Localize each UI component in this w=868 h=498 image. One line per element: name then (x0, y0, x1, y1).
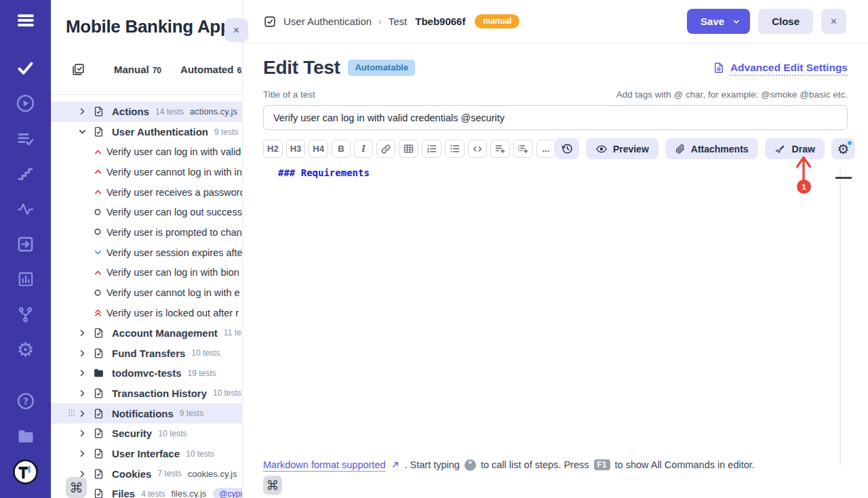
tab-automated[interactable]: Automated 62 (180, 64, 243, 75)
file-name: files.cy.js (172, 489, 207, 498)
close-button[interactable]: Close (758, 9, 813, 34)
select-tests-icon[interactable] (71, 62, 85, 77)
tab-manual[interactable]: Manual 70 (114, 64, 161, 75)
tree-test-verify-user-receives-a-password[interactable]: Verify user receives a password (51, 182, 242, 203)
tree-test-verify-user-is-locked-out-after-r[interactable]: Verify user is locked out after r (51, 303, 242, 323)
document-settings-icon (713, 62, 725, 74)
test-title: Verify user cannot log in with e (106, 287, 240, 298)
analytics-icon[interactable] (12, 266, 39, 293)
dismiss-button[interactable]: × (821, 9, 846, 34)
command-shortcut-button[interactable]: ⌘ (66, 477, 87, 498)
chevron-right-icon[interactable] (78, 349, 87, 358)
kbd-star: * (465, 459, 476, 471)
markdown-help-link[interactable]: Markdown format supported (263, 459, 400, 470)
chevron-down-icon[interactable] (78, 127, 87, 136)
draw-button[interactable]: Draw (765, 138, 825, 159)
sidebar-close-button[interactable]: × (224, 18, 248, 42)
chevron-right-icon[interactable] (78, 369, 87, 377)
toolbar-italic-button[interactable]: I (354, 140, 373, 158)
save-button[interactable]: Save (687, 9, 750, 34)
topbar: User Authentication › Test Tbeb9066f man… (243, 0, 868, 43)
branches-icon[interactable] (12, 301, 39, 328)
tree-test-verify-user-can-log-in-with-bion[interactable]: Verify user can log in with bion (51, 263, 242, 283)
chevron-right-icon[interactable] (78, 449, 87, 458)
file-name: cookies.cy.js (188, 469, 237, 479)
tree-suite-security[interactable]: Security10 tests (51, 423, 242, 444)
tree-suite-user-interface[interactable]: User Interface10 tests (51, 444, 242, 464)
suite-doc-icon (93, 106, 104, 117)
tree-suite-transaction-history[interactable]: Transaction History10 tests (51, 383, 242, 404)
toolbar-bullet-list-button[interactable] (445, 140, 465, 158)
projects-icon[interactable] (12, 423, 39, 450)
editor-content[interactable]: ### Requirements (263, 159, 848, 178)
tests-check-icon[interactable] (12, 54, 39, 81)
settings-button[interactable]: ⚙ (831, 138, 855, 159)
pipelines-icon[interactable] (12, 160, 39, 187)
markdown-editor[interactable]: ### Requirements (263, 159, 848, 458)
toolbar-code-button[interactable] (468, 140, 487, 158)
chevron-right-icon[interactable] (78, 409, 87, 418)
table-icon (403, 143, 414, 154)
preview-button[interactable]: Preview (586, 138, 658, 159)
suite-doc-icon (93, 488, 104, 498)
chevron-right-icon[interactable] (78, 429, 87, 438)
toolbar-h3-button[interactable]: H3 (286, 140, 306, 158)
drag-handle-icon[interactable] (67, 409, 76, 417)
editor-scrollbar[interactable] (840, 167, 841, 465)
tree-test-verify-user-cannot-log-in-with-in[interactable]: Verify user cannot log in with in (51, 162, 242, 182)
toolbar-more-button[interactable]: ... (536, 140, 555, 158)
chevron-right-icon[interactable] (78, 329, 87, 337)
test-count: 14 tests (155, 107, 184, 117)
toolbar-add-steps-button[interactable] (490, 140, 510, 158)
toolbar-h2-button[interactable]: H2 (263, 140, 283, 158)
chevron-right-icon[interactable] (78, 107, 87, 116)
suite-label: User Interface (112, 448, 180, 459)
tree-suite-fund-transfers[interactable]: Fund Transfers10 tests (51, 343, 242, 363)
tree-suite-account-management[interactable]: Account Management11 tests (51, 323, 242, 344)
chevron-down-icon[interactable] (732, 18, 741, 26)
test-title-input[interactable] (263, 105, 848, 130)
advanced-edit-settings-link[interactable]: Advanced Edit Settings (713, 62, 848, 74)
tree-suite-actions[interactable]: Actions14 testsactions.cy.js@cy (51, 102, 242, 122)
chevron-right-icon[interactable] (78, 389, 87, 398)
page-head: Edit Test Automatable Advanced Edit Sett… (263, 54, 848, 81)
tree-suite-user-authentication[interactable]: User Authentication9 tests (51, 122, 242, 142)
toolbar-table-button[interactable] (399, 140, 418, 158)
toolbar-bold-button[interactable]: B (332, 140, 351, 158)
history-button[interactable] (555, 138, 579, 159)
tree-suite-notifications[interactable]: Notifications9 tests (51, 403, 242, 423)
pulse-icon[interactable] (12, 195, 39, 222)
breadcrumb-suite[interactable]: User Authentication (283, 16, 372, 27)
eye-icon (595, 143, 608, 155)
menu-icon[interactable] (12, 7, 39, 34)
tree-suite-todomvc-tests[interactable]: todomvc-tests19 tests (51, 363, 242, 383)
tree-test-verify-user-is-prompted-to-chan[interactable]: Verify user is prompted to chan (51, 222, 242, 243)
toolbar-h4-button[interactable]: H4 (309, 140, 328, 158)
tree-test-verify-user-can-log-out-success[interactable]: Verify user can log out success (51, 202, 242, 222)
bullet-list-icon (449, 143, 460, 154)
command-shortcut-button[interactable]: ⌘ (263, 476, 282, 495)
import-icon[interactable] (12, 230, 39, 257)
main-nav-rail: ⚙? (0, 0, 51, 498)
test-plans-icon[interactable] (12, 125, 39, 152)
suite-label: Fund Transfers (112, 348, 185, 359)
settings-icon[interactable]: ⚙ (12, 336, 39, 363)
editor-toolbar: H2H3H4BI... PreviewAttachmentsDraw⚙ (263, 138, 848, 159)
runs-play-icon[interactable] (12, 89, 39, 117)
tree-test-verify-user-can-log-in-with-valid[interactable]: Verify user can log in with valid (51, 142, 242, 162)
toolbar-ordered-list-button[interactable] (422, 140, 441, 158)
app-window: ⚙? Mobile Banking App Manual 70 Automate… (0, 0, 868, 498)
scrollbar-thumb[interactable] (835, 177, 852, 179)
toolbar-add-numbered-steps-button[interactable] (513, 140, 533, 158)
logo-icon[interactable] (12, 458, 39, 485)
tree-test-verify-user-session-expires-afte[interactable]: Verify user session expires afte (51, 243, 242, 263)
tree-test-verify-user-cannot-log-in-with-e[interactable]: Verify user cannot log in with e (51, 283, 242, 303)
test-count: 10 tests (186, 449, 214, 459)
suite-label: todomvc-tests (112, 367, 182, 379)
toolbar-link-button[interactable] (376, 140, 395, 158)
test-count: 19 tests (188, 369, 216, 378)
attachments-button[interactable]: Attachments (665, 138, 758, 159)
draw-label: Draw (792, 144, 815, 154)
suite-doc-icon (93, 428, 104, 439)
help-icon[interactable]: ? (12, 388, 39, 415)
